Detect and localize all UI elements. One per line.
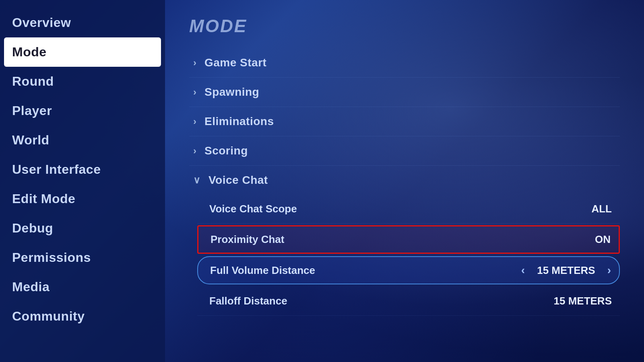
spawning-label: Spawning: [204, 86, 259, 99]
full-volume-distance-value: ‹ 15 METERS ›: [521, 264, 611, 277]
sidebar-item-user-interface[interactable]: User Interface: [0, 155, 165, 184]
voice-chat-settings: Voice Chat Scope ALL Proximity Chat ON F…: [189, 195, 620, 316]
full-volume-distance-number: 15 METERS: [537, 264, 595, 277]
voice-chat-scope-row[interactable]: Voice Chat Scope ALL: [197, 195, 620, 224]
chevron-down-icon: ∨: [193, 175, 200, 186]
main-content: MODE › Game Start › Spawning › Eliminati…: [165, 0, 644, 362]
eliminations-label: Eliminations: [204, 115, 274, 128]
arrow-left-icon[interactable]: ‹: [521, 264, 525, 277]
arrow-right-icon[interactable]: ›: [607, 264, 611, 277]
falloff-distance-value: 15 METERS: [554, 295, 612, 307]
menu-list: › Game Start › Spawning › Eliminations ›…: [189, 48, 620, 316]
sidebar: Overview Mode Round Player World User In…: [0, 0, 165, 362]
sidebar-item-player[interactable]: Player: [0, 96, 165, 125]
chevron-right-icon-2: ›: [193, 86, 196, 98]
chevron-right-icon-3: ›: [193, 116, 196, 127]
voice-chat-label: Voice Chat: [208, 174, 268, 187]
sidebar-item-media[interactable]: Media: [0, 272, 165, 302]
chevron-right-icon: ›: [193, 57, 196, 68]
app-layout: Overview Mode Round Player World User In…: [0, 0, 644, 362]
voice-chat-scope-value: ALL: [591, 203, 612, 215]
chevron-right-icon-4: ›: [193, 145, 196, 156]
falloff-distance-label: Falloff Distance: [209, 295, 287, 307]
menu-item-game-start[interactable]: › Game Start: [189, 48, 620, 78]
proximity-chat-row[interactable]: Proximity Chat ON: [197, 225, 620, 254]
game-start-label: Game Start: [204, 56, 266, 69]
sidebar-item-mode[interactable]: Mode: [4, 37, 161, 67]
sidebar-item-overview[interactable]: Overview: [0, 8, 165, 37]
voice-chat-header[interactable]: ∨ Voice Chat: [189, 166, 620, 195]
section-title: MODE: [189, 16, 620, 36]
menu-item-scoring[interactable]: › Scoring: [189, 136, 620, 166]
falloff-distance-row[interactable]: Falloff Distance 15 METERS: [197, 287, 620, 316]
full-volume-distance-label: Full Volume Distance: [210, 264, 315, 277]
menu-item-spawning[interactable]: › Spawning: [189, 78, 620, 107]
sidebar-item-permissions[interactable]: Permissions: [0, 243, 165, 272]
scoring-label: Scoring: [204, 144, 248, 157]
menu-item-eliminations[interactable]: › Eliminations: [189, 107, 620, 136]
full-volume-distance-row[interactable]: Full Volume Distance ‹ 15 METERS ›: [197, 256, 620, 284]
sidebar-item-community[interactable]: Community: [0, 302, 165, 331]
sidebar-item-edit-mode[interactable]: Edit Mode: [0, 184, 165, 214]
voice-chat-scope-label: Voice Chat Scope: [209, 203, 297, 215]
proximity-chat-label: Proximity Chat: [211, 233, 285, 246]
sidebar-item-world[interactable]: World: [0, 125, 165, 155]
proximity-chat-value: ON: [595, 233, 611, 246]
sidebar-item-round[interactable]: Round: [0, 67, 165, 96]
sidebar-item-debug[interactable]: Debug: [0, 214, 165, 243]
